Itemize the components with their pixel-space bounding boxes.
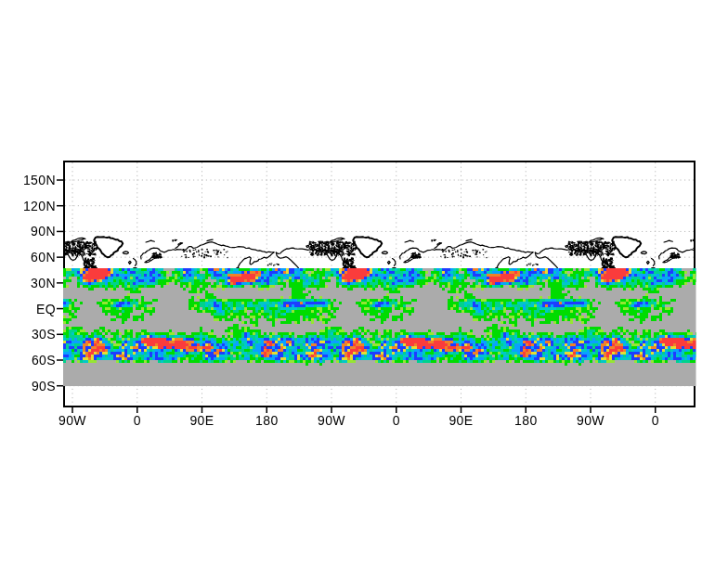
y-tick-label-150n: 150N [13, 173, 56, 187]
map-plot-canvas [0, 0, 728, 568]
y-tick-label-90s: 90S [13, 379, 56, 394]
x-tick-label-5: 90W [318, 413, 345, 428]
x-tick-label-8: 180 [514, 413, 538, 428]
x-tick-label-9: 90W [577, 413, 604, 428]
x-tick-label-3: 90E [189, 413, 214, 428]
x-tick-label-10: 0 [652, 413, 659, 428]
y-tick-label-120n: 120N [13, 199, 56, 213]
y-tick-label-60n: 60N [13, 250, 56, 265]
figure: 150N 120N 90N 60N 30N EQ 30S 60S 90S 90W… [0, 0, 728, 568]
x-tick-label-4: 180 [255, 413, 279, 428]
y-tick-label-60s: 60S [13, 353, 56, 368]
x-tick-label-1: 90W [58, 413, 86, 428]
y-tick-label-30s: 30S [13, 327, 56, 342]
x-tick-label-7: 90E [448, 413, 473, 428]
y-tick-label-90n: 90N [13, 224, 56, 239]
y-tick-label-eq: EQ [13, 302, 56, 316]
x-tick-label-6: 0 [393, 413, 400, 428]
y-tick-label-30n: 30N [13, 276, 56, 290]
x-tick-label-2: 0 [134, 413, 141, 428]
